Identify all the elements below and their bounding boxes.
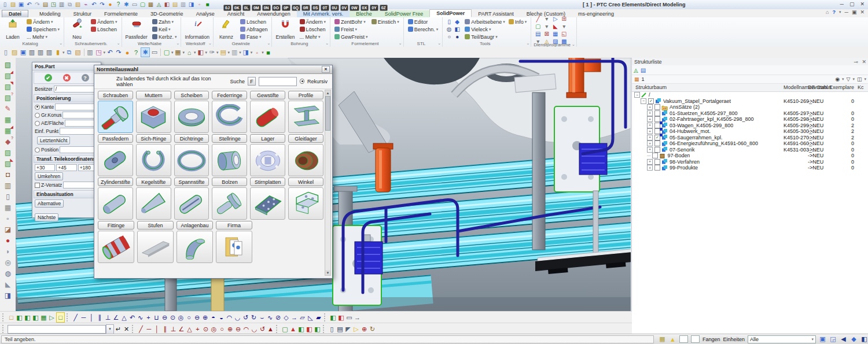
expand-icon[interactable]: + [647,165,653,171]
construction-tool-icon[interactable]: ╱ [137,324,145,334]
sketch-icon[interactable]: ✎ [2,103,14,114]
undo2-icon[interactable]: ↶ [90,1,98,8]
nut-part-icon[interactable] [136,101,171,133]
dialog-launcher-icon[interactable]: ⌄ [267,41,271,46]
speichern-button[interactable]: Speichern▾ [25,25,61,33]
keil-button[interactable]: Keil▾ [150,25,179,33]
gear-icon[interactable]: ✱ [123,1,130,8]
grid-toggle-icon[interactable]: □ [8,313,15,322]
tab-part-assistant[interactable]: PART Assistant [472,10,520,17]
construction-tool-icon[interactable]: ◠ [242,324,250,334]
expand-icon[interactable]: + [647,128,653,134]
tab-ansicht[interactable]: Ansicht [221,10,251,17]
meas-icon[interactable]: ⊕ [361,324,368,334]
geometry-tool-icon[interactable]: △ [120,313,128,322]
key-part-icon[interactable] [98,144,133,176]
row-checkbox[interactable] [654,147,660,153]
flip-icon[interactable]: ▷ [48,313,56,322]
block-sm-icon[interactable]: ▫ [2,213,14,224]
tree-row[interactable]: +99-Produkte->NEU0 [632,165,868,171]
geometry-tool-icon[interactable]: ╱ [72,313,79,322]
gear-icon[interactable]: ✱ [141,47,150,57]
-ndern-button[interactable]: Ändern▾ [25,18,61,25]
help-icon[interactable]: ? [132,48,140,57]
row-checkbox[interactable] [654,110,660,116]
tree-row[interactable]: +04-Hubwerk_mot.K4505-300_...->NEU2 [632,128,868,135]
mail-icon[interactable]: ▥ [179,1,187,8]
part-box-icon[interactable]: ▥ [2,180,14,191]
panel1-icon[interactable]: ▣ [819,335,826,344]
wp-c-icon[interactable]: ◧ [297,324,305,334]
editor-button[interactable]: Editor [406,18,440,25]
ae-fl-che-radio[interactable] [35,121,40,126]
folder-part-icon[interactable] [216,231,252,263]
command-input[interactable] [8,325,106,334]
warning-icon[interactable]: ▲ [669,335,676,344]
tool-icon[interactable]: ◧ [453,25,461,33]
toolbar-grip[interactable] [324,313,328,321]
part-icon[interactable]: ◧ [197,48,205,57]
einf-punkt-field[interactable] [60,128,98,135]
scroll-up-icon[interactable]: ▲ [325,90,330,95]
category-button-bolzen[interactable]: Bolzen [212,177,247,186]
cancel-button[interactable]: ✖ [63,74,71,82]
zversatz-checkbox[interactable] [35,183,40,188]
filter-icon[interactable]: ▽ [847,76,851,82]
columns-icon[interactable]: ◫ [857,76,862,82]
utility-icon[interactable]: ╱ [534,15,542,23]
split-icon[interactable]: ◧ [860,335,868,344]
besitzer-field[interactable]: / [54,86,98,93]
construction-tool-icon[interactable]: │ [153,324,161,334]
category-button-stirnplatten[interactable]: Stirnplatten [250,177,285,186]
category-button-spannstifte[interactable]: Spannstifte [174,177,209,186]
help-button[interactable]: ? [82,74,89,82]
tree-row[interactable]: +✓05-Saugerrahmen_kpl.K4510-270_...->NEU… [632,135,868,141]
plate-part-icon[interactable] [250,187,285,220]
utility-icon[interactable]: ◣ [551,23,560,30]
category-button-gewstifte[interactable]: Gewstifte [250,91,285,99]
tab-modeling[interactable]: Modeling [33,10,67,17]
dialog-launcher-icon[interactable]: ⌄ [176,41,180,46]
toolbar-grip[interactable] [323,325,326,333]
expand-icon[interactable]: + [647,104,653,110]
green-icon[interactable]: ■ [204,1,211,8]
cab-icon[interactable]: ▦ [174,48,182,57]
expand-icon[interactable]: − [641,98,646,104]
construction-tool-icon[interactable]: △ [186,324,193,334]
wp-d-icon[interactable]: ◧ [306,324,313,334]
shell-icon[interactable]: ▨ [2,147,14,158]
frame-icon[interactable]: □ [56,312,65,323]
construction-tool-icon[interactable]: ↺ [259,324,266,334]
back-icon[interactable]: ◀ [840,335,847,344]
wp-icon-dropdown[interactable]: ▾ [171,50,174,55]
enter-icon[interactable]: ↵ [115,324,122,334]
clear-icon[interactable]: ✕ [123,324,130,334]
geometry-tool-icon[interactable]: ─ [80,313,87,322]
category-button-stellringe[interactable]: Stellringe [212,134,247,143]
alternative-button[interactable]: Alternative [35,199,64,208]
open-icon[interactable]: ▨ [9,1,17,8]
save-icon[interactable]: ▣ [17,1,25,8]
geometry-tool-icon[interactable]: ◡ [234,313,241,322]
geometry-tool-icon[interactable]: ⊖ [161,313,168,322]
teil-baugr-button[interactable]: Teil/Baugr▾ [463,33,507,40]
row-checkbox[interactable] [652,153,658,158]
tab-mit-anmerk-vers-[interactable]: Mit Anmerk. vers. [297,10,350,17]
tree-row[interactable]: −✓Vakuum_Stapel_PortalgeraetK4510-269_..… [632,98,868,105]
geometry-tool-icon[interactable]: ◺ [307,313,314,322]
copy-icon[interactable]: ⧉ [65,48,73,57]
category-button-schrauben[interactable]: Schrauben [98,91,133,99]
construction-tool-icon[interactable]: ⊙ [202,324,209,334]
tool-icon[interactable]: ◍ [445,25,453,33]
scrollbar-thumb[interactable] [325,96,330,131]
row-checkbox[interactable] [654,140,660,146]
sphere-icon[interactable]: ● [2,235,14,246]
einstich-button[interactable]: Einstich▾ [370,18,401,25]
cursor-icon[interactable]: ◤ [344,324,352,334]
geometry-tool-icon[interactable]: ∥ [96,313,104,322]
sheet-icon[interactable]: ▤ [171,1,179,8]
construction-tool-icon[interactable]: ∥ [161,324,169,334]
find-dropdown-icon[interactable]: ▾ [842,77,844,82]
category-button-winkel[interactable]: Winkel [288,177,323,186]
info-button[interactable]: Info▾ [507,18,529,25]
